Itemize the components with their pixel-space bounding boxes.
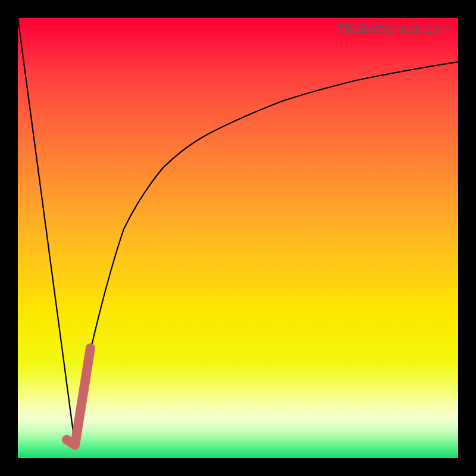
curves-svg xyxy=(18,18,458,458)
chart-frame: TheBottleneck.com xyxy=(0,0,476,476)
plot-area: TheBottleneck.com xyxy=(18,18,458,458)
curve-right xyxy=(75,62,458,445)
marker-hook xyxy=(67,348,90,445)
curve-left xyxy=(18,18,75,445)
watermark-text: TheBottleneck.com xyxy=(337,21,451,37)
